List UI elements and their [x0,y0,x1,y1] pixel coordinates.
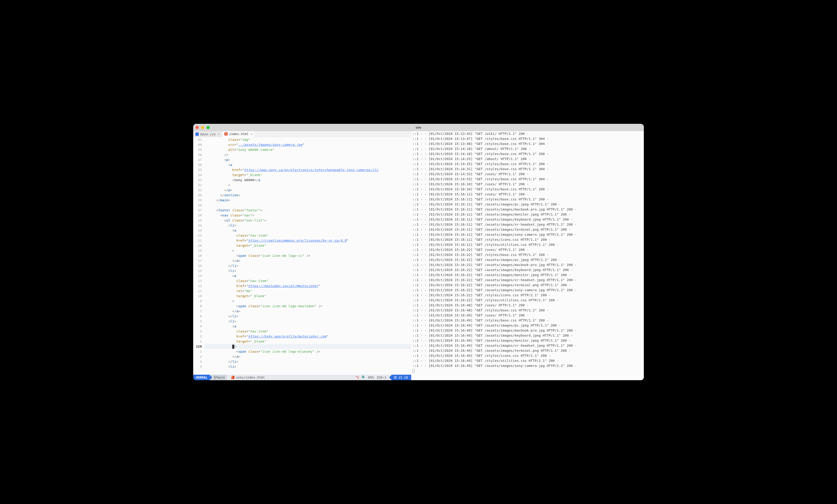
html-file-icon: 5 [231,376,234,379]
code-line[interactable]: <p> [204,157,411,162]
log-line: ::1 - - [01/Oct/2024 15:14:53] "GET /use… [412,171,642,176]
code-line[interactable] [204,203,411,208]
code-line[interactable]: <span class="icon icon-md logo-bluesky" … [204,349,411,354]
svg-point-1 [215,378,215,379]
log-line: ::1 - - [01/Oct/2024 15:16:11] "GET /ass… [412,222,642,227]
log-line: ::1 - - [01/Oct/2024 15:16:11] "GET /ass… [412,217,642,222]
log-line: ::1 - - [01/Oct/2024 15:16:11] "GET /ass… [412,212,642,217]
log-line: ::1 - - [01/Oct/2024 15:14:18] "GET /sty… [412,151,642,156]
code-line[interactable]: <li> [204,364,411,369]
status-right-segment: ^U 89% 220:1 [352,375,389,380]
code-line[interactable]: class="nav-item" [204,233,411,238]
titlebar[interactable]: vim [193,124,644,131]
editor-body[interactable]: 4140393837363534333231302928272625242322… [193,137,411,375]
code-line[interactable]: </a> [204,354,411,359]
log-line: ::1 - - [01/Oct/2024 15:16:22] "GET /ass… [412,287,642,293]
clock-time: 15:18 [398,376,408,379]
log-line: ::1 - - [01/Oct/2024 15:16:11] "GET /sty… [412,197,642,202]
code-line[interactable]: </section> [204,193,411,198]
code-line[interactable]: <li> [204,268,411,273]
code-line[interactable]: <a [204,162,411,167]
code-line[interactable]: href="https://mastodon.social/@muteciphe… [204,283,411,288]
log-line: ::1 - - [01/Oct/2024 15:16:22] "GET /ass… [412,257,642,262]
code-line[interactable]: target="_blank" [204,294,411,299]
code-line[interactable]: </p> [204,188,411,193]
code-line[interactable]: <a [204,324,411,329]
code-line[interactable]: <span class="icon icon-md logo-cc" /> [204,253,411,258]
editor-pane[interactable]: ⌁ base.css ✕ 5 index.html ✕ 414039383736… [193,131,411,380]
code-line[interactable]: </a> [204,258,411,263]
cursor-position: 220:1 [377,376,386,379]
tab-close-icon[interactable]: ✕ [251,132,253,136]
status-warning: ^U [355,376,359,379]
code-line[interactable]: <footer class="footer"> [204,208,411,213]
log-line: ::1 - - [01/Oct/2024 15:16:11] "GET /ass… [412,232,642,237]
code-line[interactable]: <ul class="nav-list"> [204,218,411,223]
tab-label: base.css [200,132,215,136]
code-line[interactable]: target="_blank" [204,172,411,178]
code-line[interactable]: <span class="icon icon-md logo-mastodon"… [204,304,411,309]
tab-label: index.html [229,132,248,136]
clock-icon [394,376,397,379]
vim-mode-segment: NORMAL [193,375,212,380]
code-line[interactable]: </li> [204,263,411,268]
code-line[interactable]: class="nav-item" [204,278,411,283]
status-line: NORMAL main 5 uses/index.html ^U [193,375,411,380]
log-pane[interactable]: ::1 - - [01/Oct/2024 15:13:43] "GET /wik… [411,131,644,380]
log-line: ::1 - - [01/Oct/2024 15:16:11] "GET /ass… [412,202,642,207]
log-line: ::1 - - [01/Oct/2024 15:16:22] "GET /ass… [412,267,642,273]
scroll-percent: 89% [368,376,374,379]
code-line[interactable]: class="nav-item" [204,329,411,334]
log-line: ::1 - - [01/Oct/2024 15:14:53] "GET /sty… [412,176,642,182]
code-line[interactable]: src="../assets/images/sony-camera.jpg" [204,142,411,147]
code-line[interactable]: <li> [204,223,411,228]
code-line[interactable]: > [204,299,411,304]
log-line: ::1 - - [01/Oct/2024 15:16:22] "GET /ass… [412,262,642,267]
log-line: ::1 - - [01/Oct/2024 15:16:22] "GET /ass… [412,277,642,282]
code-line[interactable]: target="_blank" [204,243,411,248]
code-line[interactable]: </main> [204,198,411,203]
code-line[interactable]: /> [204,152,411,157]
code-line[interactable]: class="img" [204,137,411,142]
tab-base-css[interactable]: ⌁ base.css ✕ [193,131,222,137]
log-line: ::1 - - [01/Oct/2024 15:16:22] "GET /sty… [412,252,642,257]
log-line: ::1 - - [01/Oct/2024 15:16:11] "GET /sty… [412,237,642,242]
code-line[interactable]: href="https://www.sony.ca/en/electronics… [204,167,411,172]
tab-index-html[interactable]: 5 index.html ✕ [222,131,255,137]
log-line: ::1 - - [01/Oct/2024 15:16:48] "GET /use… [412,303,642,308]
log-line: ::1 - - [01/Oct/2024 15:16:48] "GET /sty… [412,308,642,313]
tab-close-icon[interactable]: ✕ [218,132,219,136]
code-line[interactable]: > [204,344,411,349]
log-line: ::1 - - [01/Oct/2024 15:16:49] "GET /ass… [412,323,642,328]
log-line: ::1 - - [01/Oct/2024 15:16:49] "GET /sty… [412,358,642,363]
code-line[interactable]: </li> [204,314,411,319]
code-line[interactable]: <a [204,273,411,278]
window-title: vim [193,126,644,129]
code-line[interactable]: alt="Sony α6000 camera" [204,147,411,152]
terminal-window: vim ⌁ base.css ✕ 5 index.html ✕ 41403938… [193,124,644,380]
code-area[interactable]: class="img" src="../assets/images/sony-c… [204,137,411,375]
code-line[interactable]: href="https://bsky.app/profile/muteciphe… [204,334,411,339]
code-line[interactable]: <li> [204,319,411,324]
log-line: ::1 - - [01/Oct/2024 15:16:49] "GET /ass… [412,333,642,338]
code-line[interactable]: </a> [204,309,411,314]
code-line[interactable]: <nav class="nav"> [204,213,411,218]
log-line: ::1 - - [01/Oct/2024 15:16:10] "GET /use… [412,182,642,187]
log-line: ::1 - - [01/Oct/2024 15:16:49] "GET /ass… [412,338,642,343]
line-number-gutter: 4140393837363534333231302928272625242322… [193,137,204,375]
code-line[interactable]: rel="me" [204,288,411,294]
log-line: ::1 - - [01/Oct/2024 15:16:11] "GET /use… [412,192,642,197]
code-line[interactable]: target="_blank" [204,339,411,344]
code-line[interactable]: >Sony α6000</a [204,178,411,183]
log-line: ::1 - - [01/Oct/2024 15:14:25] "GET /sty… [412,162,642,166]
code-line[interactable]: href="https://creativecommons.org/licens… [204,238,411,243]
code-line[interactable]: > [204,183,411,188]
svg-point-0 [215,376,215,377]
log-line: ::1 - - [01/Oct/2024 15:16:49] "GET /ass… [412,348,642,353]
log-line: ::1 - - [01/Oct/2024 15:14:25] "GET /abo… [412,156,642,162]
code-line[interactable]: <a [204,228,411,233]
log-line: ::1 - - [01/Oct/2024 15:16:49] "GET /ass… [412,343,642,348]
log-line: ::1 - - [01/Oct/2024 15:16:22] "GET /sty… [412,298,642,303]
code-line[interactable]: > [204,248,411,253]
code-line[interactable]: </li> [204,359,411,364]
